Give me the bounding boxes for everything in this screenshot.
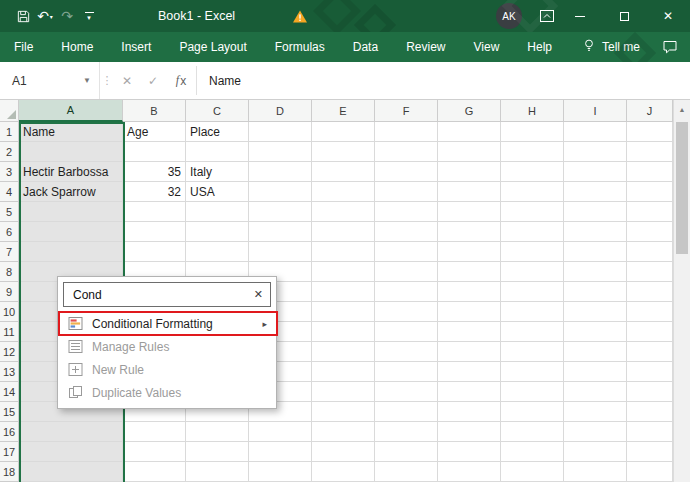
cell-C6[interactable] [186,222,249,242]
column-header-C[interactable]: C [186,100,249,122]
cell-J7[interactable] [627,242,673,262]
cell-C5[interactable] [186,202,249,222]
cell-G5[interactable] [438,202,501,222]
cell-G6[interactable] [438,222,501,242]
cell-E15[interactable] [312,402,375,422]
cell-D18[interactable] [249,462,312,482]
cell-G8[interactable] [438,262,501,282]
cell-A3[interactable]: Hectir Barbossa [19,162,123,182]
row-header-1[interactable]: 1 [0,122,19,142]
cell-I2[interactable] [564,142,627,162]
cell-D5[interactable] [249,202,312,222]
cell-I10[interactable] [564,302,627,322]
cancel-icon[interactable]: ✕ [114,62,140,99]
cell-F5[interactable] [375,202,438,222]
cell-J13[interactable] [627,362,673,382]
cell-J10[interactable] [627,302,673,322]
formula-bar-handle[interactable]: ⋮ [100,62,114,99]
cell-E11[interactable] [312,322,375,342]
cell-D1[interactable] [249,122,312,142]
menu-item-conditional-formatting[interactable]: Conditional Formatting▸ [58,312,276,335]
cell-H4[interactable] [501,182,564,202]
cell-J3[interactable] [627,162,673,182]
cell-G15[interactable] [438,402,501,422]
cell-H6[interactable] [501,222,564,242]
cell-F7[interactable] [375,242,438,262]
column-header-I[interactable]: I [564,100,627,122]
cell-G10[interactable] [438,302,501,322]
row-header-3[interactable]: 3 [0,162,19,182]
cell-A17[interactable] [19,442,123,462]
cell-A5[interactable] [19,202,123,222]
cell-H11[interactable] [501,322,564,342]
row-header-6[interactable]: 6 [0,222,19,242]
column-header-F[interactable]: F [375,100,438,122]
cell-F2[interactable] [375,142,438,162]
cell-H18[interactable] [501,462,564,482]
cell-H1[interactable] [501,122,564,142]
cell-I8[interactable] [564,262,627,282]
cell-D2[interactable] [249,142,312,162]
cell-G11[interactable] [438,322,501,342]
ribbon-display-options-icon[interactable] [536,5,558,27]
cell-C3[interactable]: Italy [186,162,249,182]
cell-C16[interactable] [186,422,249,442]
cell-E7[interactable] [312,242,375,262]
cell-I6[interactable] [564,222,627,242]
cell-A2[interactable] [19,142,123,162]
cell-E17[interactable] [312,442,375,462]
cell-G12[interactable] [438,342,501,362]
cell-D17[interactable] [249,442,312,462]
tab-formulas[interactable]: Formulas [261,32,339,62]
cell-D3[interactable] [249,162,312,182]
cell-I18[interactable] [564,462,627,482]
cell-B1[interactable]: Age [123,122,186,142]
row-header-5[interactable]: 5 [0,202,19,222]
cell-D4[interactable] [249,182,312,202]
insert-function-button[interactable]: ffxx [166,62,196,99]
cell-H9[interactable] [501,282,564,302]
column-header-A[interactable]: A [19,100,123,122]
cell-G13[interactable] [438,362,501,382]
cell-A16[interactable] [19,422,123,442]
cell-H13[interactable] [501,362,564,382]
cell-D6[interactable] [249,222,312,242]
cell-F10[interactable] [375,302,438,322]
cell-J12[interactable] [627,342,673,362]
cell-G18[interactable] [438,462,501,482]
cell-G16[interactable] [438,422,501,442]
tab-data[interactable]: Data [339,32,392,62]
warning-icon[interactable] [289,5,311,27]
cell-G4[interactable] [438,182,501,202]
tab-home[interactable]: Home [47,32,107,62]
cell-E4[interactable] [312,182,375,202]
cell-E2[interactable] [312,142,375,162]
cell-A18[interactable] [19,462,123,482]
cell-B18[interactable] [123,462,186,482]
cell-B17[interactable] [123,442,186,462]
cell-H14[interactable] [501,382,564,402]
cell-G2[interactable] [438,142,501,162]
cell-E12[interactable] [312,342,375,362]
cell-C1[interactable]: Place [186,122,249,142]
cell-F12[interactable] [375,342,438,362]
cell-F17[interactable] [375,442,438,462]
cell-B3[interactable]: 35 [123,162,186,182]
cell-J11[interactable] [627,322,673,342]
cell-I5[interactable] [564,202,627,222]
cell-C2[interactable] [186,142,249,162]
cell-H3[interactable] [501,162,564,182]
cell-E9[interactable] [312,282,375,302]
cell-F3[interactable] [375,162,438,182]
row-header-9[interactable]: 9 [0,282,19,302]
cell-F9[interactable] [375,282,438,302]
maximize-button[interactable] [602,0,646,32]
cell-I3[interactable] [564,162,627,182]
cell-B6[interactable] [123,222,186,242]
row-header-11[interactable]: 11 [0,322,19,342]
menu-item-new-rule[interactable]: New Rule [58,358,276,381]
cell-H16[interactable] [501,422,564,442]
cell-E6[interactable] [312,222,375,242]
cell-G9[interactable] [438,282,501,302]
cell-A6[interactable] [19,222,123,242]
